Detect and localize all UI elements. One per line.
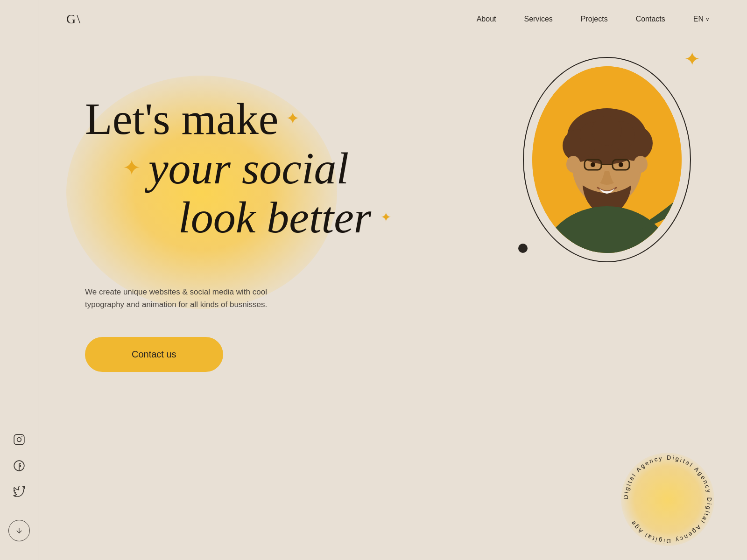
badge-circular-text: Digital Agency Digital Agency Digital Ag…: [616, 448, 719, 551]
dot-decoration: [518, 244, 528, 253]
svg-point-2: [21, 436, 22, 437]
sparkle-icon-2: ✦: [122, 156, 141, 181]
hero-text-letsmake: Let's make: [85, 94, 278, 144]
instagram-icon[interactable]: [12, 432, 27, 447]
hero-text-lookbetter: look better: [178, 193, 371, 242]
svg-point-20: [591, 162, 595, 167]
nav-about[interactable]: About: [477, 15, 496, 23]
person-oval-image: [532, 66, 682, 253]
svg-point-15: [566, 156, 580, 173]
svg-point-21: [619, 162, 623, 167]
svg-text:Digital Agency Digital Agency : Digital Agency Digital Agency Digital Ag…: [622, 454, 713, 545]
hero-text-yoursocial: your social: [148, 144, 349, 193]
logo[interactable]: G\: [66, 12, 81, 27]
sparkle-icon-top-right: ✦: [684, 48, 700, 70]
svg-rect-0: [14, 434, 24, 445]
svg-point-14: [592, 116, 622, 146]
language-selector[interactable]: EN ∨: [693, 15, 710, 23]
hero-line-3: look better ✦: [85, 193, 391, 242]
svg-point-1: [17, 438, 21, 442]
nav-projects[interactable]: Projects: [581, 15, 608, 23]
navigation: About Services Projects Contacts EN ∨: [477, 15, 710, 23]
main-content: Let's make ✦ ✦ your social look better ✦…: [38, 38, 747, 560]
nav-services[interactable]: Services: [524, 15, 552, 23]
scroll-down-button[interactable]: [8, 520, 30, 541]
hero-line-1: Let's make ✦: [85, 94, 391, 144]
person-image-container: ✦: [523, 57, 691, 262]
circular-badge: Digital Agency Digital Agency Digital Ag…: [616, 448, 719, 551]
hero-text-block: Let's make ✦ ✦ your social look better ✦: [85, 94, 391, 242]
svg-point-16: [634, 156, 648, 173]
sparkle-icon-3: ✦: [381, 210, 391, 225]
facebook-icon[interactable]: [12, 458, 27, 473]
nav-contacts[interactable]: Contacts: [636, 15, 665, 23]
sparkle-icon-1: ✦: [286, 110, 300, 128]
contact-us-button[interactable]: Contact us: [85, 337, 223, 372]
header: G\ About Services Projects Contacts EN ∨: [38, 0, 747, 38]
hero-description: We create unique websites & social media…: [85, 286, 281, 311]
left-sidebar: [0, 0, 38, 560]
hero-line-2: ✦ your social: [85, 144, 391, 193]
twitter-icon[interactable]: [12, 484, 27, 499]
